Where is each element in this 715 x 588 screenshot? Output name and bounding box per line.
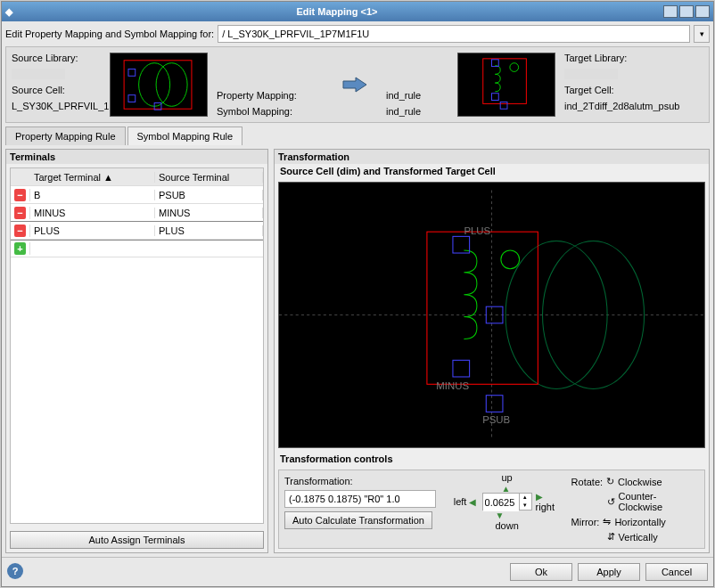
cancel-button[interactable]: Cancel (645, 563, 708, 581)
remove-row-icon[interactable]: − (14, 189, 26, 201)
svg-rect-9 (491, 60, 498, 67)
transformation-input[interactable] (284, 490, 436, 508)
info-panel: Source Library: Source Cell: L_SY30K_LPR… (5, 46, 710, 123)
svg-text:MINUS: MINUS (436, 380, 469, 391)
svg-point-17 (501, 250, 520, 269)
apply-button[interactable]: Apply (578, 563, 640, 581)
down-label: down (495, 520, 518, 531)
mirror-v-icon[interactable]: ⇵ (607, 531, 615, 543)
step-up-button[interactable]: ▴ (519, 494, 531, 502)
col-target-terminal[interactable]: Target Terminal ▲ (30, 172, 155, 183)
transformation-controls-title: Transformation controls (275, 452, 709, 466)
mirror-v-label[interactable]: Vertically (619, 532, 658, 543)
svg-rect-19 (453, 360, 470, 377)
mapping-for-label: Edit Property Mapping and Symbol Mapping… (5, 29, 214, 39)
svg-point-1 (139, 63, 170, 107)
svg-rect-11 (500, 102, 507, 109)
add-row-icon[interactable]: + (14, 242, 26, 255)
property-mapping-value: ind_rule (386, 90, 448, 101)
rotate-ccw-icon[interactable]: ↺ (607, 496, 615, 508)
target-cell-label: Target Cell: (564, 85, 653, 95)
svg-text:PSUB: PSUB (482, 414, 510, 425)
property-mapping-label: Property Mapping: (217, 90, 324, 101)
transformation-preview: PLUS MINUS PSUB (278, 182, 705, 448)
close-button[interactable] (695, 5, 710, 18)
rotate-cw-label[interactable]: Clockwise (618, 477, 662, 487)
svg-rect-10 (491, 94, 498, 101)
svg-marker-6 (343, 78, 366, 92)
right-arrow-button[interactable]: ▶ (536, 492, 543, 502)
sort-icon: ▲ (103, 172, 113, 183)
tab-property-mapping[interactable]: Property Mapping Rule (5, 127, 126, 145)
table-row[interactable]: − PLUS PLUS (11, 222, 263, 240)
down-arrow-button[interactable]: ▼ (495, 510, 504, 520)
ok-button[interactable]: Ok (510, 563, 572, 581)
svg-text:PLUS: PLUS (464, 225, 490, 236)
source-library-value (12, 69, 65, 79)
rotate-ccw-label[interactable]: Counter-Clockwise (619, 491, 699, 512)
svg-rect-7 (483, 59, 527, 104)
source-cell-label: Source Cell: (12, 85, 101, 95)
svg-rect-16 (427, 232, 538, 384)
table-row[interactable]: − MINUS MINUS (11, 204, 263, 222)
source-cell-value: L_SY30K_LPRFVIL_1P7M1 (12, 101, 101, 111)
mapping-for-input[interactable] (218, 25, 690, 43)
symbol-mapping-value: ind_rule (386, 106, 448, 117)
mirror-h-icon[interactable]: ⇋ (603, 516, 611, 527)
target-library-label: Target Library: (564, 53, 653, 63)
svg-point-2 (156, 63, 187, 107)
terminals-table: Target Terminal ▲ Source Terminal − B PS… (10, 167, 264, 524)
tab-symbol-mapping[interactable]: Symbol Mapping Rule (127, 127, 243, 145)
preview-title: Source Cell (dim) and Transformed Target… (275, 164, 709, 178)
mirror-h-label[interactable]: Horizontally (614, 517, 665, 527)
arrow-icon (333, 53, 377, 117)
remove-row-icon[interactable]: − (14, 225, 26, 237)
svg-rect-3 (128, 69, 136, 77)
minimize-button[interactable] (663, 5, 678, 18)
left-label: left (454, 496, 467, 507)
svg-rect-21 (486, 396, 503, 412)
maximize-button[interactable] (679, 5, 694, 18)
col-source-terminal[interactable]: Source Terminal (155, 172, 263, 183)
transformation-label: Transformation: (284, 476, 353, 486)
mirror-label: Mirror: (571, 517, 600, 527)
table-row[interactable]: − B PSUB (11, 186, 263, 204)
remove-row-icon[interactable]: − (14, 207, 26, 219)
target-library-value (564, 69, 618, 79)
svg-rect-20 (486, 306, 503, 323)
target-cell-value: ind_2Tdiff_2d8alutm_psub (564, 101, 653, 111)
target-thumbnail (457, 53, 555, 117)
app-icon: ◆ (5, 6, 12, 18)
symbol-mapping-label: Symbol Mapping: (217, 106, 324, 117)
titlebar: ◆ Edit Mapping <1> (2, 2, 713, 21)
source-library-label: Source Library: (12, 53, 101, 63)
auto-assign-terminals-button[interactable]: Auto Assign Terminals (10, 531, 264, 549)
window-title: Edit Mapping <1> (12, 6, 662, 17)
rotate-label: Rotate: (571, 477, 603, 487)
step-down-button[interactable]: ▾ (519, 502, 531, 510)
up-label: up (501, 472, 512, 483)
step-input[interactable]: ▴▾ (482, 493, 532, 510)
rotate-cw-icon[interactable]: ↻ (606, 476, 614, 487)
right-label: right (536, 502, 555, 512)
mapping-dropdown-button[interactable] (694, 25, 710, 43)
transformation-title: Transformation (275, 150, 709, 164)
add-row[interactable]: + (11, 240, 263, 257)
left-arrow-button[interactable]: ◀ (469, 497, 476, 507)
auto-calculate-button[interactable]: Auto Calculate Transformation (284, 511, 432, 529)
svg-point-8 (510, 63, 519, 72)
terminals-title: Terminals (6, 150, 267, 164)
help-icon[interactable]: ? (7, 563, 23, 579)
svg-rect-4 (128, 95, 136, 102)
source-thumbnail (110, 53, 208, 117)
